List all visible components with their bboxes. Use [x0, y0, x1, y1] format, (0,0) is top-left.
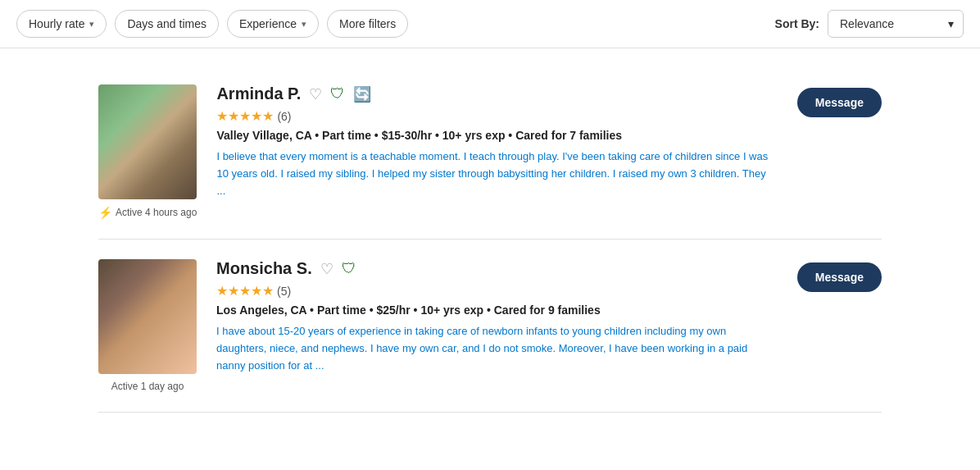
- hourly-rate-label: Hourly rate: [29, 17, 84, 30]
- sort-select-wrapper: Relevance Price: Low to High Price: High…: [828, 10, 964, 38]
- days-times-label: Days and times: [127, 17, 206, 30]
- message-button-monsicha[interactable]: Message: [797, 262, 882, 292]
- active-badge-monsicha: Active 1 day ago: [111, 381, 184, 392]
- more-filters-label: More filters: [339, 17, 396, 30]
- listing-name-arminda: Arminda P.: [216, 84, 301, 103]
- photo-col-monsicha: Active 1 day ago: [98, 259, 197, 392]
- listing-info-monsicha: Monsicha S. ♡ 🛡 ★★★★★(5) Los Angeles, CA…: [216, 259, 778, 374]
- verified-icon-arminda: 🔄: [353, 85, 371, 103]
- review-count-monsicha: (5): [277, 285, 291, 298]
- profile-photo-monsicha: [98, 259, 197, 374]
- review-count-arminda: (6): [277, 110, 291, 123]
- listing-info-arminda: Arminda P. ♡ 🛡 🔄 ★★★★★(6) Valley Village…: [216, 84, 777, 199]
- sort-container: Sort By: Relevance Price: Low to High Pr…: [775, 10, 964, 38]
- listing-meta-arminda: Valley Village, CA • Part time • $15-30/…: [216, 129, 777, 142]
- favorite-icon-monsicha[interactable]: ♡: [320, 260, 333, 278]
- stars-monsicha: ★★★★★(5): [216, 283, 778, 299]
- favorite-icon-arminda[interactable]: ♡: [309, 85, 322, 103]
- listing-desc-arminda: I believe that every moment is a teachab…: [216, 148, 777, 199]
- experience-chevron: ▾: [302, 19, 306, 30]
- photo-col-arminda: ⚡ Active 4 hours ago: [98, 84, 197, 219]
- bolt-icon-arminda: ⚡: [98, 206, 112, 219]
- filter-bar: Hourly rate ▾ Days and times Experience …: [0, 0, 980, 48]
- message-button-arminda[interactable]: Message: [797, 88, 882, 117]
- listing-action-arminda: Message: [797, 84, 882, 117]
- listing-meta-monsicha: Los Angeles, CA • Part time • $25/hr • 1…: [216, 303, 778, 317]
- experience-label: Experience: [239, 17, 297, 30]
- sort-select[interactable]: Relevance Price: Low to High Price: High…: [828, 10, 964, 38]
- listing-action-monsicha: Message: [797, 259, 882, 292]
- stars-arminda: ★★★★★(6): [216, 108, 777, 124]
- hourly-rate-chevron: ▾: [89, 19, 94, 30]
- active-text-monsicha: Active 1 day ago: [111, 381, 184, 392]
- listing-header-arminda: Arminda P. ♡ 🛡 🔄: [216, 84, 777, 103]
- days-times-filter[interactable]: Days and times: [115, 10, 218, 38]
- shield-icon-monsicha: 🛡: [342, 260, 356, 277]
- more-filters-button[interactable]: More filters: [327, 10, 408, 38]
- listing-card-monsicha: Active 1 day ago Monsicha S. ♡ 🛡 ★★★★★(5…: [98, 240, 882, 413]
- shield-icon-arminda: 🛡: [330, 85, 345, 103]
- listing-desc-monsicha: I have about 15-20 years of experience i…: [216, 323, 778, 374]
- hourly-rate-filter[interactable]: Hourly rate ▾: [16, 10, 107, 38]
- active-text-arminda: Active 4 hours ago: [116, 207, 197, 218]
- listing-card-arminda: ⚡ Active 4 hours ago Arminda P. ♡ 🛡 🔄 ★★…: [98, 65, 882, 240]
- sort-by-label: Sort By:: [775, 17, 819, 30]
- active-badge-arminda: ⚡ Active 4 hours ago: [98, 206, 197, 219]
- profile-photo-arminda: [98, 84, 197, 199]
- listings-container: ⚡ Active 4 hours ago Arminda P. ♡ 🛡 🔄 ★★…: [0, 48, 980, 429]
- listing-name-monsicha: Monsicha S.: [216, 259, 312, 278]
- experience-filter[interactable]: Experience ▾: [227, 10, 319, 38]
- listing-header-monsicha: Monsicha S. ♡ 🛡: [216, 259, 778, 278]
